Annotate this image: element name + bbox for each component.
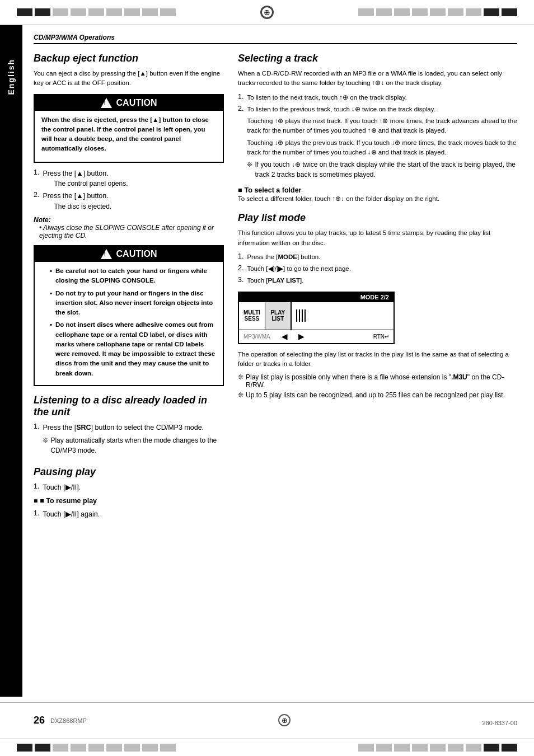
page-number: 26 xyxy=(34,715,45,726)
bar-left xyxy=(17,8,176,16)
bar-seg xyxy=(71,744,86,752)
caution-box-2: CAUTION •Be careful not to catch your ha… xyxy=(34,245,224,386)
mode-subtitle: MP3/WMA xyxy=(243,334,270,340)
bar-segment xyxy=(71,8,86,16)
listening-step-num: 1. xyxy=(34,422,39,458)
main-content: English CD/MP3/WMA Operations Backup eje… xyxy=(0,25,534,697)
playlist-step-3: 3. Touch [PLAY LIST]. xyxy=(238,276,517,285)
content-area: CD/MP3/WMA Operations Backup eject funct… xyxy=(22,25,534,697)
backup-eject-title: Backup eject function xyxy=(34,53,224,64)
bottom-bar-left xyxy=(17,744,176,752)
track-steps: 1. To listen to the next track, touch ↑⊕… xyxy=(238,93,517,182)
step-1: 1. Press the [▲] button. The control pan… xyxy=(34,168,224,189)
bar-seg xyxy=(466,744,481,752)
bar-seg xyxy=(394,744,410,752)
mode-display: MODE 2/2 MULTI SESS xyxy=(238,292,395,344)
bar-seg xyxy=(376,744,392,752)
language-label: English xyxy=(7,59,16,95)
note-section: Note: • Always close the SLOPING CONSOLE… xyxy=(34,216,224,240)
caution-label-1: CAUTION xyxy=(116,98,157,108)
resume-step-1: 1. Touch [▶/II] again. xyxy=(34,509,224,520)
playlist-step-num-3: 3. xyxy=(238,276,243,285)
mode-bar-indicators xyxy=(292,302,310,330)
bar-segment xyxy=(376,8,392,16)
backup-eject-intro: You can eject a disc by pressing the [▲]… xyxy=(34,69,224,88)
bar-segment xyxy=(358,8,374,16)
mode-nav-right: ▶ xyxy=(298,332,304,341)
bar-seg xyxy=(358,744,374,752)
doc-code: DXZ868RMP xyxy=(50,717,87,724)
section-header: CD/MP3/WMA Operations xyxy=(34,34,517,44)
mode-display-bottom: MP3/WMA ◀ ▶ RTN↵ xyxy=(239,330,394,343)
step-content-1: Press the [▲] button. The control panel … xyxy=(43,168,224,189)
bar-seg xyxy=(502,744,517,752)
caution-triangle-icon xyxy=(101,98,112,108)
pausing-steps: 1. Touch [▶/II]. xyxy=(34,482,224,493)
playlist-step-content-1: Press the [MODE] button. xyxy=(247,252,517,262)
bar-segment xyxy=(448,8,463,16)
resume-step-num: 1. xyxy=(34,509,39,520)
folder-label: ■To select a folder xyxy=(238,186,517,194)
pausing-step-1: 1. Touch [▶/II]. xyxy=(34,482,224,493)
playlist-step-2: 2. Touch [◀]/[▶] to go to the next page. xyxy=(238,264,517,274)
caution-bullet-2: •Do not try to put your hand or fingers … xyxy=(50,289,216,318)
page-footer: 26 DXZ868RMP ⊕ 280-8337-00 xyxy=(0,702,534,735)
track-step-content-2: To listen to the previous track, touch ↓… xyxy=(247,105,517,182)
step-num-1: 1. xyxy=(34,168,39,189)
bar-segment xyxy=(53,8,68,16)
mode-btn-multi-sess: MULTI SESS xyxy=(239,302,265,330)
listening-title: Listening to a disc already loaded in th… xyxy=(34,395,224,418)
playlist-steps: 1. Press the [MODE] button. 2. Touch [◀]… xyxy=(238,252,517,286)
listening-step-content: Press the [SRC] button to select the CD/… xyxy=(43,422,224,458)
track-step-num-1: 1. xyxy=(238,93,243,102)
playlist-step-content-2: Touch [◀]/[▶] to go to the next page. xyxy=(247,264,517,274)
bar-seg xyxy=(35,744,50,752)
track-ast-note: ❊ If you touch ↓⊕ twice on the track dis… xyxy=(247,159,517,180)
caution-bullet-1: •Be careful not to catch your hand or fi… xyxy=(50,266,216,286)
bar-segment xyxy=(88,8,104,16)
bar-segment xyxy=(106,8,122,16)
compass-icon-bottom: ⊕ xyxy=(278,714,291,726)
backup-steps: 1. Press the [▲] button. The control pan… xyxy=(34,168,224,212)
selecting-track-title: Selecting a track xyxy=(238,53,517,64)
mode-bar-3 xyxy=(302,309,303,322)
step-content-2: Press the [▲] button. The disc is ejecte… xyxy=(43,191,224,212)
caution-bullet-3: •Do not insert discs where adhesive come… xyxy=(50,320,216,378)
caution-header-2: CAUTION xyxy=(35,246,223,262)
selecting-track-intro: When a CD-R/CD-RW recorded with an MP3 f… xyxy=(238,69,517,88)
mode-nav-left: ◀ xyxy=(282,332,287,341)
caution-header-1: CAUTION xyxy=(35,95,223,111)
backup-eject-section: Backup eject function You can eject a di… xyxy=(34,53,224,386)
bar-segment xyxy=(17,8,32,16)
bar-seg xyxy=(412,744,428,752)
mode-btn-play-list: PLAY LIST xyxy=(265,302,291,330)
bar-segment xyxy=(484,8,499,16)
bar-segment xyxy=(430,8,446,16)
note-label: Note: xyxy=(34,216,51,224)
caution-body-2: •Be careful not to catch your hand or fi… xyxy=(35,262,223,385)
bar-seg xyxy=(53,744,68,752)
pausing-section: Pausing play 1. Touch [▶/II]. ■ To resum… xyxy=(34,466,224,520)
bottom-bar-right xyxy=(358,744,517,752)
caution-body-1: When the disc is ejected, press the [▲] … xyxy=(35,111,223,162)
bar-seg xyxy=(106,744,122,752)
folder-text: To select a different folder, touch ↑⊕↓ … xyxy=(238,194,517,204)
language-sidebar: English xyxy=(0,25,22,697)
resume-steps: 1. Touch [▶/II] again. xyxy=(34,509,224,520)
listening-step-1: 1. Press the [SRC] button to select the … xyxy=(34,422,224,458)
track-step-content-1: To listen to the next track, touch ↑⊕ on… xyxy=(247,93,517,102)
two-column-layout: Backup eject function You can eject a di… xyxy=(34,53,517,524)
bar-right xyxy=(358,8,517,16)
step-sub-2: The disc is ejected. xyxy=(54,201,224,212)
resume-play-label: ■ To resume play xyxy=(34,497,224,505)
track-detail-2: Touching ↓⊕ plays the previous track. If… xyxy=(247,138,517,158)
playlist-note-1: ❊ Play list play is possible only when t… xyxy=(238,373,517,389)
bar-segment xyxy=(466,8,481,16)
bar-seg xyxy=(17,744,32,752)
track-step-2: 2. To listen to the previous track, touc… xyxy=(238,105,517,182)
pausing-step-num: 1. xyxy=(34,482,39,493)
bar-segment xyxy=(394,8,410,16)
pausing-step-content: Touch [▶/II]. xyxy=(43,482,224,493)
listening-section: Listening to a disc already loaded in th… xyxy=(34,395,224,458)
bar-segment xyxy=(142,8,158,16)
